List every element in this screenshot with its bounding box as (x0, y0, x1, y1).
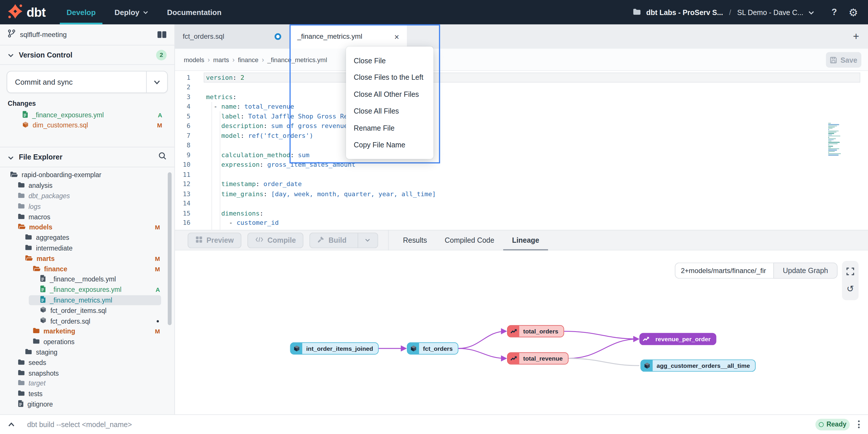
commit-split-button: Commit and sync (7, 71, 168, 93)
branch-name: sqlfluff-meeting (20, 31, 67, 38)
tree-status-badge: A (156, 286, 160, 293)
tree-item-target[interactable]: target (0, 378, 175, 388)
status-badge: Ready (815, 419, 850, 430)
project-name[interactable]: SL Demo - Dave C... (737, 8, 803, 17)
account-name[interactable]: dbt Labs - ProServ S... (646, 8, 723, 17)
context-menu-item-close-all-other-files[interactable]: Close All Other Files (346, 86, 433, 103)
change-item[interactable]: dim_customers.sqlM (0, 120, 175, 130)
model-cube-icon (290, 343, 302, 354)
docs-book-icon[interactable] (157, 31, 166, 38)
context-menu-item-close-all-files[interactable]: Close All Files (346, 103, 433, 120)
compile-button[interactable]: Compile (247, 232, 304, 248)
lineage-node-total_orders[interactable]: total_orders (507, 325, 564, 337)
branch-selector[interactable]: sqlfluff-meeting (0, 24, 175, 46)
tree-item-analysis[interactable]: analysis (0, 181, 175, 191)
tree-scrollbar[interactable] (168, 172, 172, 325)
dbt-logo[interactable]: dbt (8, 3, 45, 21)
folder-icon (17, 192, 25, 200)
folder-icon (17, 223, 25, 231)
context-menu-item-close-files-to-the-left[interactable]: Close Files to the Left (346, 69, 433, 86)
folder-icon (17, 380, 25, 387)
tree-item-finance[interactable]: financeM (0, 264, 175, 274)
context-menu-item-close-file[interactable]: Close File (346, 52, 433, 69)
code-line-10: 10 expression: gross_item_sales_amount (175, 160, 868, 170)
tree-item-fct_order_items.sql[interactable]: fct_order_items.sql (0, 306, 175, 316)
context-menu-item-copy-file-name[interactable]: Copy File Name (346, 137, 433, 153)
gear-icon[interactable]: ⚙ (849, 7, 858, 17)
dbt-logo-icon (8, 3, 23, 21)
tree-item-rapid-onboarding-exemplar[interactable]: rapid-onboarding-exemplar (0, 170, 175, 181)
tree-item-gitignore[interactable]: gitignore (0, 399, 175, 409)
commit-and-sync-button[interactable]: Commit and sync (7, 71, 146, 92)
commit-options-button[interactable] (146, 71, 167, 92)
tree-item-marketing[interactable]: marketingM (0, 326, 175, 337)
tree-item-_finance_exposures.yml[interactable]: _finance_exposures.ymlA (0, 285, 175, 295)
nav-item-deploy[interactable]: Deploy (114, 0, 148, 24)
context-menu-item-rename-file[interactable]: Rename File (346, 120, 433, 136)
tree-item-logs[interactable]: logs (0, 201, 175, 212)
nav-item-develop[interactable]: Develop (67, 0, 96, 24)
model-cube-icon (40, 317, 46, 325)
tree-item-_finance_metrics.yml[interactable]: _finance_metrics.yml (0, 295, 175, 306)
lineage-node-revenue_per_order[interactable]: revenue_per_order (639, 333, 716, 345)
code-editor[interactable]: 1version: 223metrics:4 - name: total_rev… (175, 71, 868, 230)
tree-item-macros[interactable]: macros (0, 212, 175, 222)
command-bar: Ready (0, 414, 868, 434)
tree-item-models[interactable]: modelsM (0, 222, 175, 233)
fullscreen-icon[interactable] (846, 268, 854, 278)
help-icon[interactable]: ? (832, 7, 837, 17)
tree-item-seeds[interactable]: seeds (0, 357, 175, 368)
code-line-1: 1version: 2 (175, 73, 868, 82)
hammer-icon (317, 236, 324, 245)
code-line-14: 14 (175, 199, 868, 208)
change-item[interactable]: _finance_exposures.ymlA (0, 110, 175, 120)
version-control-header[interactable]: Version Control 2 (0, 46, 175, 65)
new-tab-button[interactable]: + (844, 24, 868, 49)
yml-file-icon (40, 286, 46, 294)
tree-item-operations[interactable]: operations (0, 337, 175, 347)
tree-item-fct_orders.sql[interactable]: fct_orders.sql (0, 316, 175, 326)
build-button[interactable]: Build (310, 232, 378, 248)
tree-item-intermediate[interactable]: intermediate (0, 243, 175, 253)
reset-view-icon[interactable]: ↺ (847, 285, 854, 294)
lineage-node-agg_customer_orders__all_time[interactable]: agg_customer_orders__all_time (641, 359, 755, 372)
folder-icon (17, 359, 25, 367)
save-button[interactable]: Save (826, 52, 861, 68)
preview-button[interactable]: Preview (188, 232, 241, 248)
code-icon (255, 236, 264, 244)
metric-trend-icon (508, 326, 519, 337)
update-graph-button[interactable]: Update Graph (773, 263, 837, 279)
sidebar: sqlfluff-meeting Version Control 2 Commi… (0, 24, 175, 434)
tree-item-aggregates[interactable]: aggregates (0, 233, 175, 243)
panel-tab-results[interactable]: Results (394, 231, 436, 250)
chevron-down-icon (8, 152, 14, 162)
panel-tab-lineage[interactable]: Lineage (503, 231, 548, 250)
command-input[interactable] (26, 420, 815, 429)
search-icon[interactable] (158, 152, 166, 162)
file-explorer-header[interactable]: File Explorer (0, 147, 175, 167)
lineage-selector-input[interactable] (675, 263, 773, 279)
build-options-button[interactable] (358, 233, 377, 247)
tree-item-snapshots[interactable]: snapshots (0, 368, 175, 378)
chevron-up-icon[interactable] (8, 422, 15, 427)
kebab-menu-icon[interactable] (858, 421, 860, 428)
tree-item-staging[interactable]: staging (0, 347, 175, 357)
code-line-5: 5 label: Total Jaffle Shop Gross Re (175, 111, 868, 121)
dbt-cloud-ide: dbt DevelopDeployDocumentation dbt Labs … (0, 0, 868, 434)
tree-item-dbt_packages[interactable]: dbt_packages (0, 191, 175, 201)
editor-tab-fct_orders.sql[interactable]: fct_orders.sql (175, 24, 290, 49)
code-line-8: 8 (175, 140, 868, 150)
nav-item-documentation[interactable]: Documentation (167, 0, 221, 24)
tree-item-tests[interactable]: tests (0, 388, 175, 399)
tree-item-_finance__models.yml[interactable]: _finance__models.yml (0, 274, 175, 285)
tree-item-marts[interactable]: martsM (0, 253, 175, 264)
chevron-down-icon[interactable] (808, 7, 814, 17)
lineage-node-int_order_items_joined[interactable]: int_order_items_joined (290, 342, 379, 354)
panel-tab-compiled-code[interactable]: Compiled Code (436, 231, 503, 250)
editor-tab-_finance_metrics.yml[interactable]: _finance_metrics.yml× (290, 24, 407, 49)
breadcrumb: models›marts›finance›_finance_metrics.ym… (184, 56, 327, 64)
lineage-node-total_revenue[interactable]: total_revenue (507, 352, 568, 364)
close-icon[interactable]: × (394, 32, 399, 41)
folder-icon (17, 182, 25, 190)
lineage-node-fct_orders[interactable]: fct_orders (407, 342, 458, 354)
